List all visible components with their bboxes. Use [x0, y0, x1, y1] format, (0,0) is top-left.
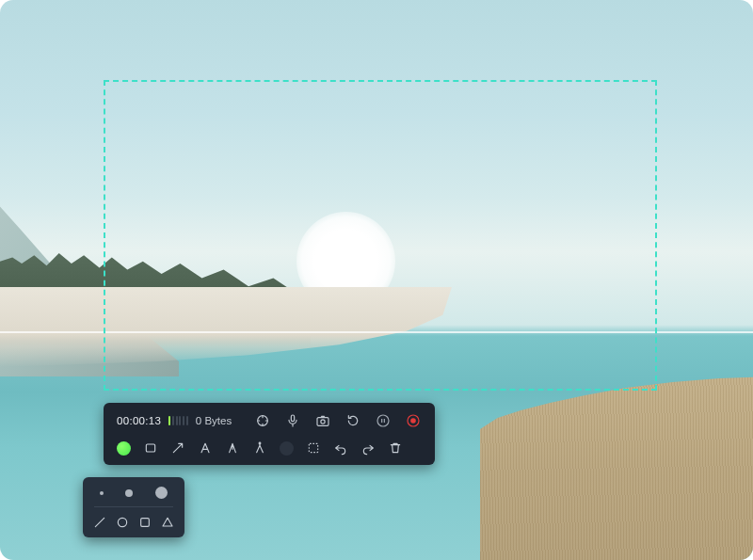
svg-line-12 — [95, 518, 104, 526]
pause-icon[interactable] — [375, 412, 392, 429]
level-bar — [168, 416, 170, 425]
compass-tool-icon[interactable] — [252, 440, 267, 456]
status-right-group — [254, 412, 422, 429]
svg-rect-11 — [309, 443, 317, 452]
rectangle-tool-icon[interactable] — [143, 440, 158, 456]
trash-icon[interactable] — [388, 440, 403, 456]
stop-record-icon[interactable] — [405, 412, 422, 429]
popup-separator — [94, 506, 173, 507]
level-bar — [183, 416, 184, 425]
redo-icon[interactable] — [360, 440, 376, 456]
microphone-icon[interactable] — [284, 412, 301, 429]
square-shape-icon[interactable] — [137, 515, 152, 530]
svg-rect-14 — [141, 519, 150, 527]
undo-icon[interactable] — [333, 440, 348, 456]
svg-rect-2 — [317, 418, 328, 426]
level-bar — [176, 416, 178, 425]
shape-row — [92, 515, 175, 530]
dark-color-swatch[interactable] — [280, 441, 294, 456]
arrow-tool-icon[interactable] — [170, 440, 185, 456]
circle-shape-icon[interactable] — [115, 515, 130, 530]
toolbar-status-row: 00:00:13 0 Bytes — [117, 412, 422, 429]
shape-size-popup — [83, 477, 184, 537]
size-medium[interactable] — [125, 489, 133, 497]
svg-point-13 — [118, 518, 126, 526]
desktop-background: 00:00:13 0 Bytes — [0, 0, 753, 560]
cursor-icon[interactable] — [254, 412, 271, 429]
level-bar — [186, 416, 188, 425]
current-color-swatch[interactable] — [117, 441, 131, 456]
elapsed-time: 00:00:13 — [117, 415, 161, 426]
toolbar-draw-row — [117, 439, 422, 456]
grass-graphic — [480, 376, 753, 560]
line-shape-icon[interactable] — [92, 515, 107, 530]
audio-level-meter — [168, 416, 188, 425]
size-small[interactable] — [100, 491, 104, 495]
capture-region[interactable] — [104, 80, 657, 391]
svg-point-3 — [321, 420, 325, 424]
svg-point-8 — [410, 418, 416, 424]
reset-icon[interactable] — [344, 412, 361, 429]
size-large[interactable] — [155, 487, 168, 499]
level-bar — [172, 416, 174, 425]
recording-toolbar: 00:00:13 0 Bytes — [104, 403, 435, 465]
level-bar — [179, 416, 181, 425]
svg-rect-1 — [291, 415, 294, 422]
svg-rect-9 — [146, 444, 154, 452]
text-tool-icon[interactable] — [198, 440, 213, 456]
size-row — [92, 487, 175, 499]
triangle-shape-icon[interactable] — [160, 515, 175, 530]
svg-point-4 — [377, 415, 389, 426]
pen-tool-icon[interactable] — [225, 440, 240, 456]
file-size: 0 Bytes — [196, 415, 232, 426]
camera-icon[interactable] — [314, 412, 331, 429]
status-left-group: 00:00:13 0 Bytes — [117, 415, 232, 426]
marquee-tool-icon[interactable] — [306, 440, 321, 456]
